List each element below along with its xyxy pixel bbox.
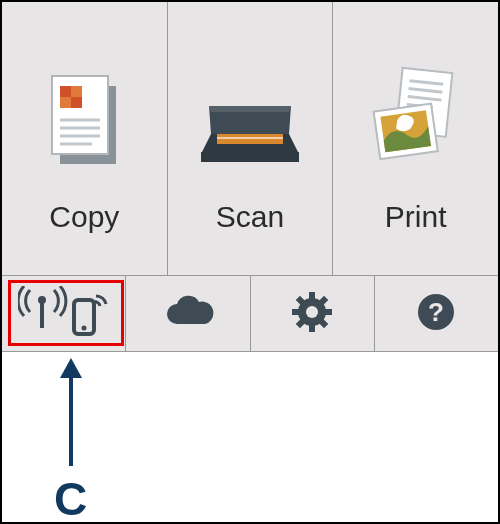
scan-tile[interactable]: Scan — [168, 2, 334, 275]
help-icon: ? — [415, 291, 457, 337]
bottom-bar: ? — [2, 276, 498, 352]
print-icon — [361, 54, 471, 184]
callout-arrow-group: C — [54, 358, 87, 524]
callout-label: C — [54, 472, 87, 524]
svg-rect-27 — [324, 309, 332, 315]
cloud-icon — [159, 292, 217, 336]
svg-marker-36 — [60, 358, 82, 378]
svg-point-20 — [38, 296, 46, 304]
gear-icon — [290, 290, 334, 338]
svg-rect-8 — [71, 97, 82, 108]
svg-rect-25 — [309, 324, 315, 332]
svg-point-32 — [306, 306, 318, 318]
scan-label: Scan — [216, 200, 284, 234]
help-button[interactable]: ? — [375, 276, 498, 351]
svg-point-22 — [81, 325, 86, 330]
settings-button[interactable] — [251, 276, 375, 351]
svg-rect-24 — [309, 292, 315, 300]
arrow-up-icon — [56, 358, 86, 468]
cloud-button[interactable] — [126, 276, 250, 351]
wireless-direct-icon — [18, 286, 110, 342]
copy-tile[interactable]: Copy — [2, 2, 168, 275]
svg-rect-9 — [201, 152, 299, 162]
copy-icon — [34, 54, 134, 184]
main-tiles-row: Copy Scan — [2, 2, 498, 276]
copy-label: Copy — [49, 200, 119, 234]
print-label: Print — [385, 200, 447, 234]
svg-text:?: ? — [428, 297, 444, 327]
wireless-direct-button[interactable] — [2, 276, 126, 351]
print-tile[interactable]: Print — [333, 2, 498, 275]
scanner-icon — [195, 54, 305, 184]
svg-rect-7 — [60, 86, 71, 97]
svg-rect-26 — [292, 309, 300, 315]
svg-rect-11 — [217, 137, 283, 139]
